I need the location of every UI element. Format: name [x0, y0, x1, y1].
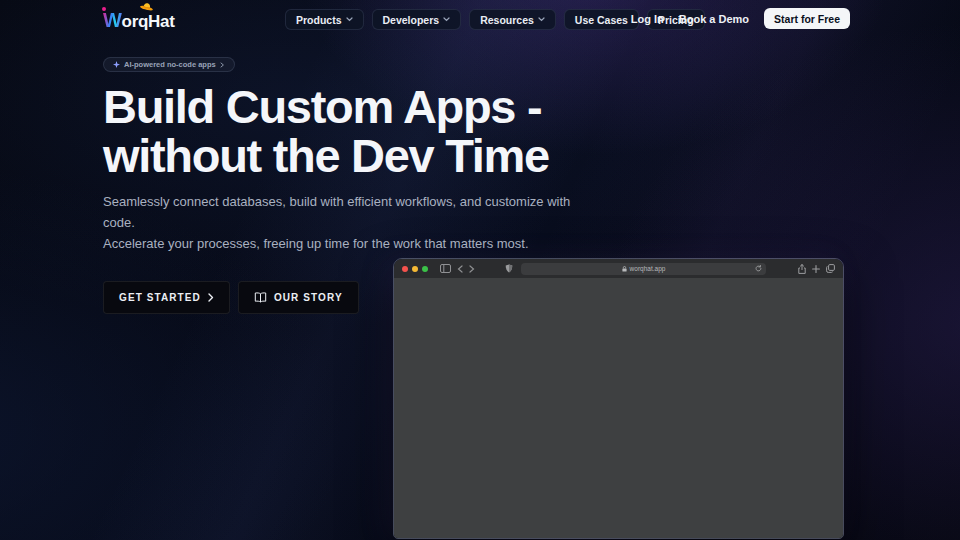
our-story-button[interactable]: OUR STORY: [238, 281, 359, 314]
sparkle-icon: [113, 61, 120, 68]
refresh-icon: [755, 265, 762, 272]
hat-icon: [139, 0, 155, 11]
logo-w-mark: W: [103, 9, 122, 32]
brand-logo[interactable]: W orqHat: [103, 9, 175, 32]
badge-text: AI-powered no-code apps: [124, 60, 216, 69]
chevron-right-icon: [220, 62, 225, 68]
hero-subtitle: Seamlessly connect databases, build with…: [103, 191, 573, 254]
hero-title-line1: Build Custom Apps -: [103, 80, 541, 133]
nav-item-resources[interactable]: Resources: [469, 9, 556, 30]
nav-item-products[interactable]: Products: [285, 9, 364, 30]
nav-item-label: Products: [296, 14, 342, 26]
nav-actions: Log In Book a Demo Start for Free: [631, 8, 850, 29]
browser-viewport: [394, 278, 843, 539]
toolbar-right-actions: [798, 264, 835, 274]
hero-title: Build Custom Apps - without the Dev Time: [103, 82, 573, 180]
nav-item-label: Developers: [383, 14, 440, 26]
nav-item-developers[interactable]: Developers: [372, 9, 462, 30]
get-started-button[interactable]: GET STARTED: [103, 281, 230, 314]
hero-section: AI-powered no-code apps Build Custom App…: [103, 54, 573, 314]
url-text: worqhat.app: [630, 265, 666, 272]
hero-subtitle-line2: Accelerate your processes, freeing up ti…: [103, 236, 529, 251]
our-story-label: OUR STORY: [274, 292, 343, 303]
chevron-down-icon: [346, 17, 353, 22]
nav-item-use-cases[interactable]: Use Cases: [564, 9, 639, 30]
start-free-button[interactable]: Start for Free: [764, 8, 850, 29]
top-navigation: W orqHat Products Developers Resources: [0, 0, 960, 40]
logo-text: orqHat: [122, 12, 175, 32]
nav-item-label: Resources: [480, 14, 534, 26]
hero-buttons: GET STARTED OUR STORY: [103, 281, 573, 314]
book-demo-link[interactable]: Book a Demo: [679, 13, 749, 25]
book-icon: [254, 292, 267, 303]
nav-item-label: Use Cases: [575, 14, 628, 26]
plus-icon: [812, 265, 820, 273]
tabs-icon: [826, 264, 835, 273]
hero-title-line2: without the Dev Time: [103, 129, 549, 182]
chevron-down-icon: [538, 17, 545, 22]
announcement-badge[interactable]: AI-powered no-code apps: [103, 57, 235, 72]
hero-subtitle-line1: Seamlessly connect databases, build with…: [103, 194, 570, 230]
chevron-right-icon: [208, 293, 214, 302]
logo-dot: [102, 7, 106, 11]
chevron-down-icon: [443, 17, 450, 22]
lock-icon: [622, 266, 627, 272]
share-icon: [798, 264, 806, 274]
login-link[interactable]: Log In: [631, 13, 664, 25]
get-started-label: GET STARTED: [119, 292, 201, 303]
